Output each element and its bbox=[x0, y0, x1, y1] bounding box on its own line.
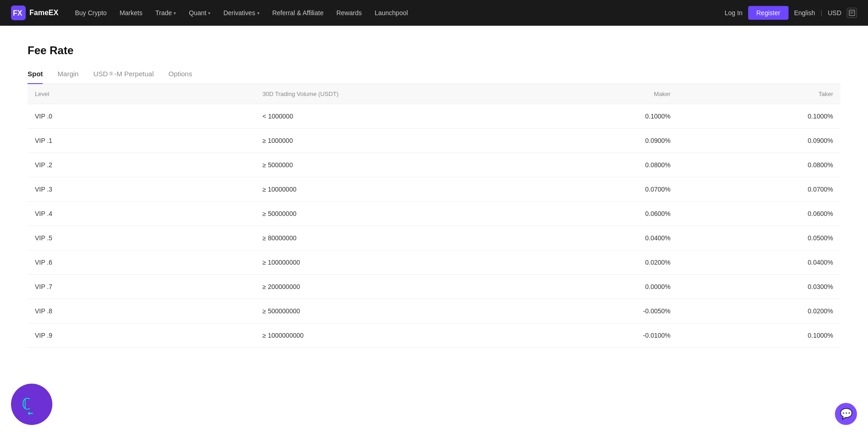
cell-taker: 0.0900% bbox=[678, 129, 840, 153]
cell-volume: ≥ 50000000 bbox=[255, 202, 499, 226]
cell-taker: 0.0300% bbox=[678, 275, 840, 299]
navbar: FX FameEX Buy CryptoMarketsTrade▾Quant▾D… bbox=[0, 0, 868, 26]
table-row: VIP .5≥ 800000000.0400%0.0500% bbox=[28, 226, 840, 250]
col-header-taker: Taker bbox=[678, 84, 840, 104]
cell-volume: < 1000000 bbox=[255, 104, 499, 129]
brand-name: FameEX bbox=[29, 9, 58, 17]
table-header-row: Level 30D Trading Volume (USDT) Maker Ta… bbox=[28, 84, 840, 104]
register-button[interactable]: Register bbox=[748, 6, 789, 20]
cell-taker: 0.0200% bbox=[678, 299, 840, 323]
nav-item-trade[interactable]: Trade▾ bbox=[150, 6, 181, 19]
nav-item-launchpool[interactable]: Launchpool bbox=[369, 6, 413, 19]
cell-level: VIP .4 bbox=[28, 202, 255, 226]
col-header-volume: 30D Trading Volume (USDT) bbox=[255, 84, 499, 104]
cell-level: VIP .1 bbox=[28, 129, 255, 153]
table-row: VIP .4≥ 500000000.0600%0.0600% bbox=[28, 202, 840, 226]
cell-maker: 0.0200% bbox=[499, 250, 678, 275]
cell-volume: ≥ 500000000 bbox=[255, 299, 499, 323]
cell-taker: 0.1000% bbox=[678, 323, 840, 348]
cell-maker: 0.0000% bbox=[499, 275, 678, 299]
fee-rate-table: Level 30D Trading Volume (USDT) Maker Ta… bbox=[28, 84, 840, 348]
currency-selector[interactable]: USD bbox=[828, 9, 841, 17]
nav-item-markets[interactable]: Markets bbox=[114, 6, 148, 19]
cell-maker: 0.0700% bbox=[499, 177, 678, 202]
tab-usdsm-perpetual[interactable]: USD⑤-M Perpetual bbox=[93, 70, 154, 84]
nav-right: Log In Register English | USD bbox=[725, 6, 857, 20]
nav-item-buy-crypto[interactable]: Buy Crypto bbox=[69, 6, 112, 19]
cell-level: VIP .6 bbox=[28, 250, 255, 275]
tab-spot[interactable]: Spot bbox=[28, 70, 43, 84]
nav-item-derivatives[interactable]: Derivatives▾ bbox=[218, 6, 265, 19]
cell-volume: ≥ 100000000 bbox=[255, 250, 499, 275]
cell-level: VIP .0 bbox=[28, 104, 255, 129]
table-row: VIP .2≥ 50000000.0800%0.0800% bbox=[28, 153, 840, 177]
table-header: Level 30D Trading Volume (USDT) Maker Ta… bbox=[28, 84, 840, 104]
cell-maker: 0.1000% bbox=[499, 104, 678, 129]
bottom-logo[interactable]: ℂ ← bbox=[11, 384, 52, 425]
table-row: VIP .9≥ 1000000000-0.0100%0.1000% bbox=[28, 323, 840, 348]
table-row: VIP .7≥ 2000000000.0000%0.0300% bbox=[28, 275, 840, 299]
cell-taker: 0.1000% bbox=[678, 104, 840, 129]
table-row: VIP .0< 10000000.1000%0.1000% bbox=[28, 104, 840, 129]
dropdown-caret-icon: ▾ bbox=[174, 11, 176, 16]
login-button[interactable]: Log In bbox=[725, 9, 743, 17]
cell-volume: ≥ 1000000 bbox=[255, 129, 499, 153]
main-content: Fee Rate Spot Margin USD⑤-M Perpetual Op… bbox=[0, 26, 868, 436]
language-selector[interactable]: English bbox=[794, 9, 815, 17]
tabs-container: Spot Margin USD⑤-M Perpetual Options bbox=[28, 70, 840, 84]
table-row: VIP .3≥ 100000000.0700%0.0700% bbox=[28, 177, 840, 202]
user-icon[interactable] bbox=[847, 8, 857, 18]
col-header-maker: Maker bbox=[499, 84, 678, 104]
cell-maker: 0.0900% bbox=[499, 129, 678, 153]
cell-taker: 0.0700% bbox=[678, 177, 840, 202]
cell-maker: -0.0100% bbox=[499, 323, 678, 348]
cell-level: VIP .2 bbox=[28, 153, 255, 177]
cell-level: VIP .3 bbox=[28, 177, 255, 202]
svg-text:FX: FX bbox=[13, 9, 23, 17]
cell-level: VIP .8 bbox=[28, 299, 255, 323]
cell-volume: ≥ 200000000 bbox=[255, 275, 499, 299]
chat-widget[interactable]: 💬 bbox=[835, 403, 857, 425]
cell-volume: ≥ 10000000 bbox=[255, 177, 499, 202]
dropdown-caret-icon: ▾ bbox=[208, 11, 210, 16]
table-row: VIP .8≥ 500000000-0.0050%0.0200% bbox=[28, 299, 840, 323]
nav-links: Buy CryptoMarketsTrade▾Quant▾Derivatives… bbox=[69, 6, 721, 19]
cell-taker: 0.0600% bbox=[678, 202, 840, 226]
cell-maker: -0.0050% bbox=[499, 299, 678, 323]
cell-taker: 0.0400% bbox=[678, 250, 840, 275]
chat-icon: 💬 bbox=[840, 408, 852, 420]
svg-text:←: ← bbox=[28, 407, 33, 417]
cell-volume: ≥ 5000000 bbox=[255, 153, 499, 177]
tab-options[interactable]: Options bbox=[169, 70, 192, 84]
page-title: Fee Rate bbox=[28, 44, 840, 57]
nav-item-quant[interactable]: Quant▾ bbox=[183, 6, 216, 19]
nav-item-rewards[interactable]: Rewards bbox=[331, 6, 367, 19]
bottom-logo-icon: ℂ ← bbox=[19, 392, 45, 417]
cell-level: VIP .9 bbox=[28, 323, 255, 348]
cell-maker: 0.0400% bbox=[499, 226, 678, 250]
dropdown-caret-icon: ▾ bbox=[257, 11, 259, 16]
tab-margin[interactable]: Margin bbox=[57, 70, 79, 84]
cell-level: VIP .7 bbox=[28, 275, 255, 299]
cell-volume: ≥ 80000000 bbox=[255, 226, 499, 250]
table-body: VIP .0< 10000000.1000%0.1000%VIP .1≥ 100… bbox=[28, 104, 840, 348]
svg-rect-2 bbox=[849, 10, 855, 16]
cell-maker: 0.0800% bbox=[499, 153, 678, 177]
table-row: VIP .1≥ 10000000.0900%0.0900% bbox=[28, 129, 840, 153]
nav-separator: | bbox=[821, 9, 823, 17]
brand-logo-container[interactable]: FX FameEX bbox=[11, 6, 58, 20]
table-row: VIP .6≥ 1000000000.0200%0.0400% bbox=[28, 250, 840, 275]
nav-item-referral---affiliate[interactable]: Referral & Affiliate bbox=[267, 6, 329, 19]
cell-maker: 0.0600% bbox=[499, 202, 678, 226]
cell-taker: 0.0500% bbox=[678, 226, 840, 250]
fameex-logo-icon: FX bbox=[11, 6, 26, 20]
cell-taker: 0.0800% bbox=[678, 153, 840, 177]
col-header-level: Level bbox=[28, 84, 255, 104]
cell-level: VIP .5 bbox=[28, 226, 255, 250]
cell-volume: ≥ 1000000000 bbox=[255, 323, 499, 348]
